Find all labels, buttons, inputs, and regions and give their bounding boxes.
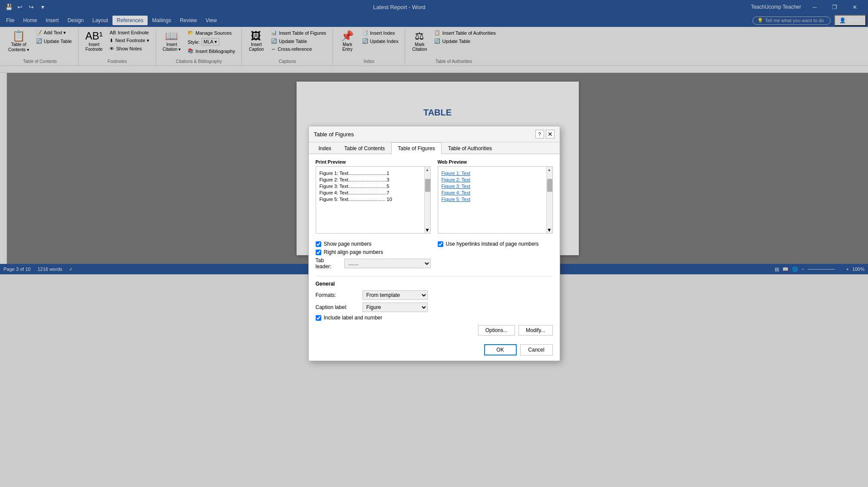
dialog-help-button[interactable]: ? (535, 130, 544, 138)
web-preview-label: Web Preview (438, 159, 553, 165)
left-options: Show page numbers Right align page numbe… (316, 239, 431, 272)
web-preview-content: Figure 1: Text Figure 2: Text Figure 3: … (438, 167, 552, 206)
web-line-3: Figure 3: Text (442, 184, 549, 189)
web-preview-section: Web Preview Figure 1: Text Figure 2: Tex… (438, 159, 553, 234)
print-preview-content: Figure 1: Text..........................… (316, 167, 430, 206)
print-preview-box: Figure 1: Text..........................… (316, 166, 431, 234)
tab-table-of-figures[interactable]: Table of Figures (391, 142, 441, 154)
right-align-row: Right align page numbers (316, 249, 431, 255)
print-line-4: Figure 4: Text..........................… (320, 190, 427, 195)
right-align-checkbox[interactable] (316, 250, 321, 255)
web-scroll-down[interactable]: ▼ (547, 227, 552, 233)
show-page-numbers-label: Show page numbers (324, 241, 372, 247)
dialog-overlay: Table of Figures ? ✕ Index Table of Cont… (0, 0, 868, 274)
print-preview-label: Print Preview (316, 159, 431, 165)
web-line-2: Figure 2: Text (442, 177, 549, 182)
tab-table-of-authorities[interactable]: Table of Authorities (442, 142, 498, 154)
print-preview-scrollbar[interactable]: ▲ ▼ (424, 167, 430, 233)
web-preview-box: Figure 1: Text Figure 2: Text Figure 3: … (438, 166, 553, 234)
tab-leader-label: Tab leader: (316, 257, 341, 270)
web-preview-scrollbar[interactable]: ▲ ▼ (546, 167, 552, 233)
print-line-1: Figure 1: Text..........................… (320, 171, 427, 176)
dialog-tabs: Index Table of Contents Table of Figures… (309, 142, 560, 154)
dialog-close-button[interactable]: ✕ (546, 130, 554, 138)
preview-row: Print Preview Figure 1: Text............… (316, 159, 553, 234)
web-scroll-up[interactable]: ▲ (547, 167, 552, 173)
show-page-numbers-row: Show page numbers (316, 241, 431, 247)
show-page-numbers-checkbox[interactable] (316, 241, 321, 247)
print-line-5: Figure 5: Text..........................… (320, 197, 427, 202)
dialog-titlebar: Table of Figures ? ✕ (309, 126, 560, 142)
web-line-5: Figure 5: Text (442, 197, 549, 202)
table-of-figures-dialog: Table of Figures ? ✕ Index Table of Cont… (308, 126, 560, 274)
use-hyperlinks-checkbox[interactable] (438, 241, 443, 247)
use-hyperlinks-row: Use hyperlinks instead of page numbers (438, 241, 553, 247)
web-line-4: Figure 4: Text (442, 190, 549, 195)
dialog-body: Print Preview Figure 1: Text............… (309, 154, 560, 274)
scroll-thumb[interactable] (425, 179, 430, 192)
dialog-controls: ? ✕ (535, 130, 554, 138)
dialog-title: Table of Figures (314, 131, 354, 138)
right-align-label: Right align page numbers (324, 249, 383, 255)
scroll-down-arrow[interactable]: ▼ (425, 227, 430, 233)
tab-index[interactable]: Index (312, 142, 338, 154)
tab-leader-row: Tab leader: ....... (none) ------- _____… (316, 257, 431, 270)
scroll-up-arrow[interactable]: ▲ (425, 167, 430, 173)
tab-leader-select[interactable]: ....... (none) ------- _______ (344, 259, 430, 268)
right-options: Use hyperlinks instead of page numbers (438, 239, 553, 272)
web-scroll-thumb[interactable] (547, 179, 552, 192)
web-line-1: Figure 1: Text (442, 171, 549, 176)
tab-table-of-contents[interactable]: Table of Contents (338, 142, 391, 154)
print-line-2: Figure 2: Text..........................… (320, 177, 427, 182)
print-line-3: Figure 3: Text..........................… (320, 184, 427, 189)
print-preview-section: Print Preview Figure 1: Text............… (316, 159, 431, 234)
use-hyperlinks-label: Use hyperlinks instead of page numbers (446, 241, 539, 247)
options-row: Show page numbers Right align page numbe… (316, 239, 553, 272)
